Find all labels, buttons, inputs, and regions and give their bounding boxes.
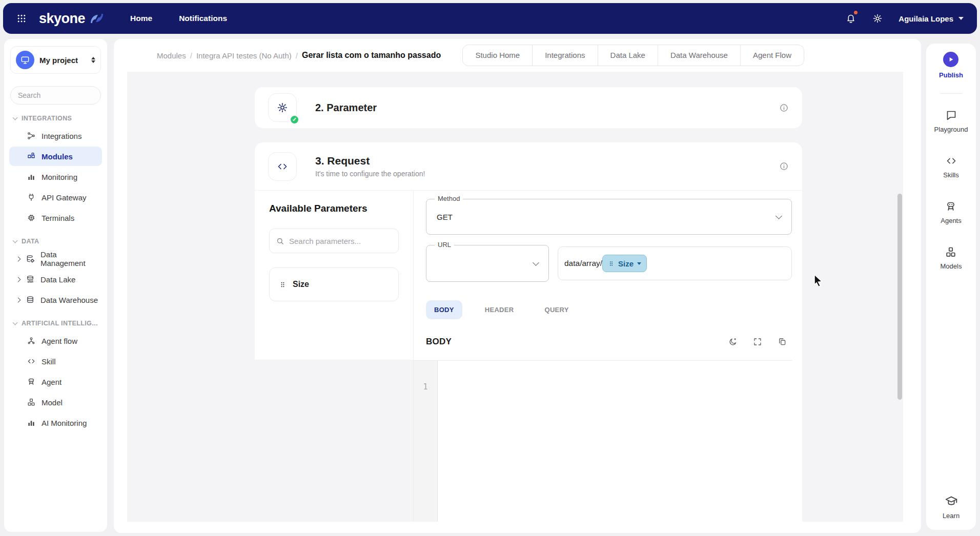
info-icon [779,103,789,113]
brand-logo[interactable]: skyone [39,11,105,27]
sidebar-item-modules[interactable]: Modules [9,147,102,166]
drag-handle-icon[interactable] [279,281,287,288]
rail-item-skills[interactable]: Skills [943,155,958,179]
sidebar-item-integrations[interactable]: Integrations [9,126,102,146]
drag-handle-icon [608,260,615,267]
project-selector[interactable]: My project [10,46,101,74]
user-name: Aguilaia Lopes [899,14,953,23]
request-step-header: 3. Request It's time to configure the op… [255,142,802,191]
graduation-cap-icon [945,494,958,508]
breadcrumb-current: Gerar lista com o tamanho passado [302,51,441,60]
nav-link-notifications[interactable]: Notifications [179,14,227,23]
bar-chart-icon [27,418,36,427]
parameter-search[interactable] [269,229,399,253]
database-gear-icon [26,254,35,263]
sidebar-item-skill[interactable]: Skill [9,352,102,371]
sidebar-search-input[interactable] [18,91,107,99]
copy-button[interactable] [778,337,787,346]
rail-item-learn[interactable]: Learn [943,494,959,520]
sidebar-item-model[interactable]: Model [9,393,102,412]
bell-icon [845,13,856,24]
theme-toggle-button[interactable] [728,337,738,346]
sidebar-item-label: AI Monitoring [42,419,87,427]
available-parameters-panel: Available Parameters Size [255,191,413,522]
request-step-title: 3. Request [315,155,425,167]
sidebar-item-agent-flow[interactable]: Agent flow [9,331,102,351]
code-brackets-icon [27,357,36,366]
info-button[interactable] [779,161,789,171]
request-step-subtitle: It's time to configure the operation! [315,170,425,178]
section-artificial-intelligence[interactable]: ARTIFICIAL INTELLIG... [13,320,100,327]
rail-label: Learn [943,512,959,520]
rail-item-agents[interactable]: Agents [941,200,961,224]
tab-studio-home[interactable]: Studio Home [463,45,532,66]
chevron-down-icon [13,238,18,243]
url-size-parameter-chip[interactable]: Size [602,255,647,272]
tab-body[interactable]: BODY [426,300,462,319]
project-name: My project [39,56,86,65]
parameter-step-card[interactable]: ✓ 2. Parameter [255,87,802,128]
sidebar-item-ai-monitoring[interactable]: AI Monitoring [9,413,102,432]
breadcrumb-integration[interactable]: Integra API testes (No Auth) [196,51,292,60]
method-select[interactable]: Method GET [426,199,792,235]
sidebar-item-label: Terminals [42,214,74,222]
chip-label: Size [618,259,634,268]
breadcrumb-separator: / [190,51,192,60]
url-path-input[interactable]: data/array/ Size [558,246,792,280]
url-base-select[interactable]: URL [426,245,549,282]
code-brackets-icon [276,160,289,173]
section-data[interactable]: DATA [13,238,100,245]
settings-button[interactable] [872,13,883,24]
expand-icon [753,337,762,346]
share-nodes-icon [27,131,36,140]
sidebar-item-label: API Gateway [42,193,87,202]
tab-integrations[interactable]: Integrations [532,45,597,66]
parameter-item-size[interactable]: Size [269,267,399,301]
sidebar-item-terminals[interactable]: Terminals [9,208,102,228]
user-menu[interactable]: Aguilaia Lopes [899,14,964,23]
nav-link-home[interactable]: Home [130,14,152,23]
rail-item-playground[interactable]: Playground [934,109,968,133]
editor-code-area[interactable] [438,361,792,522]
rail-label: Skills [943,171,958,179]
rail-item-models[interactable]: Models [941,246,962,270]
body-editor-title: BODY [426,337,452,347]
left-sidebar: My project INTEGRATIONS Integrations Mod… [4,39,107,532]
body-code-editor[interactable]: 1 [414,360,792,522]
chevron-right-icon [16,277,21,282]
tab-query[interactable]: QUERY [536,300,577,319]
sidebar-item-data-management[interactable]: Data Management [9,249,102,269]
rail-item-publish[interactable]: Publish [939,52,963,79]
info-icon [779,161,789,171]
info-button[interactable] [779,103,789,113]
app-launcher-icon[interactable] [16,13,27,24]
vertical-scrollbar[interactable] [897,194,902,400]
sidebar-item-label: Data Warehouse [40,296,98,304]
studio-nav-tabs: Studio Home Integrations Data Lake Data … [462,45,804,66]
chevron-down-icon [533,259,539,266]
parameter-search-input[interactable] [289,237,392,245]
fullscreen-button[interactable] [753,337,762,346]
available-parameters-heading: Available Parameters [269,203,399,214]
sidebar-item-monitoring[interactable]: Monitoring [9,167,102,187]
sidebar-item-data-warehouse[interactable]: Data Warehouse [9,290,102,310]
breadcrumb-modules[interactable]: Modules [157,51,186,60]
tab-data-lake[interactable]: Data Lake [598,45,658,66]
sidebar-search[interactable] [10,86,101,105]
bar-chart-icon [27,172,36,181]
breadcrumb: Modules / Integra API testes (No Auth) /… [157,51,441,60]
sidebar-item-label: Modules [42,152,73,161]
sidebar-item-agent[interactable]: Agent [9,372,102,391]
sidebar-item-label: Model [42,398,63,407]
notification-dot [854,11,858,14]
tab-agent-flow[interactable]: Agent Flow [740,45,804,66]
tab-header[interactable]: HEADER [477,300,522,319]
tab-data-warehouse[interactable]: Data Warehouse [658,45,740,66]
sidebar-item-label: Skill [42,357,56,366]
sidebar-item-label: Data Management [40,250,98,267]
notifications-bell-button[interactable] [845,13,856,24]
chevron-right-icon [16,297,21,302]
sidebar-item-api-gateway[interactable]: API Gateway [9,188,102,207]
section-integrations[interactable]: INTEGRATIONS [13,115,100,122]
sidebar-item-data-lake[interactable]: Data Lake [9,270,102,289]
